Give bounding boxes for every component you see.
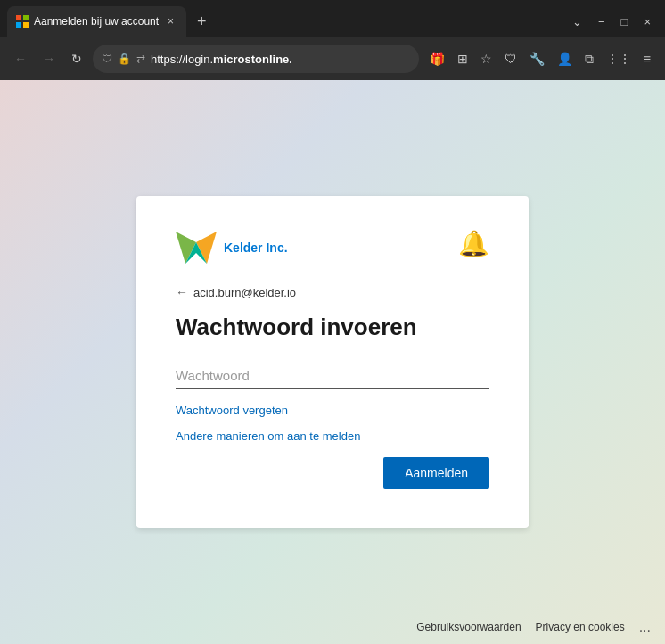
more-options-button[interactable]: ... bbox=[639, 619, 651, 635]
gift-icon[interactable]: 🎁 bbox=[424, 48, 450, 69]
tab-bar: Aanmelden bij uw account × + ⌄ − □ × bbox=[0, 0, 665, 37]
other-methods-button[interactable]: Andere manieren om aan te melden bbox=[176, 429, 360, 443]
tab-favicon bbox=[16, 15, 29, 28]
shield-toolbar-icon[interactable]: 🛡 bbox=[499, 48, 522, 69]
login-card: Kelder Inc. 🔔 ← acid.burn@kelder.io Wach… bbox=[136, 196, 529, 528]
back-email-row: ← acid.burn@kelder.io bbox=[176, 285, 489, 299]
password-input[interactable] bbox=[176, 363, 489, 389]
grid-icon[interactable]: ⋮⋮ bbox=[601, 48, 636, 69]
collections-icon[interactable]: ⧉ bbox=[579, 48, 599, 70]
tools-icon[interactable]: 🔧 bbox=[524, 48, 550, 69]
email-display: acid.burn@kelder.io bbox=[193, 286, 296, 299]
password-input-wrap bbox=[176, 363, 489, 389]
forgot-password-button[interactable]: Wachtwoord vergeten bbox=[176, 404, 288, 417]
w-logo-svg bbox=[176, 232, 217, 264]
submit-button[interactable]: Aanmelden bbox=[383, 457, 489, 489]
bell-icon: 🔔 bbox=[458, 232, 489, 257]
page-footer: Gebruiksvoorwaarden Privacy en cookies .… bbox=[416, 619, 651, 635]
address-bar: ← → ↻ 🛡 🔒 ⇄ https://login.microstonline.… bbox=[0, 37, 665, 80]
profile-icon[interactable]: 👤 bbox=[552, 48, 578, 69]
url-text: https://login.microstonline. bbox=[151, 53, 410, 66]
page-content: Kelder Inc. 🔔 ← acid.burn@kelder.io Wach… bbox=[0, 80, 665, 644]
w-logo-shape bbox=[176, 232, 217, 264]
toolbar-icons: 🎁 ⊞ ☆ 🛡 🔧 👤 ⧉ ⋮⋮ ≡ bbox=[424, 48, 656, 70]
window-controls: ⌄ − □ × bbox=[565, 12, 658, 32]
privacy-link[interactable]: Privacy en cookies bbox=[536, 621, 625, 633]
back-arrow-icon[interactable]: ← bbox=[176, 285, 188, 299]
ms-sq-yellow bbox=[23, 22, 29, 28]
ms-sq-blue bbox=[16, 22, 21, 28]
page-title: Wachtwoord invoeren bbox=[176, 314, 489, 341]
tab-close-button[interactable]: × bbox=[164, 13, 177, 29]
w-left-green bbox=[176, 232, 196, 264]
back-button[interactable]: ← bbox=[9, 49, 32, 69]
ms-sq-red bbox=[16, 15, 21, 20]
active-tab[interactable]: Aanmelden bij uw account × bbox=[7, 6, 186, 37]
window-close-button[interactable]: × bbox=[636, 12, 658, 32]
maximize-button[interactable]: □ bbox=[614, 12, 636, 32]
tab-title: Aanmelden bij uw account bbox=[34, 15, 159, 28]
shield-icon: 🛡 bbox=[102, 53, 112, 65]
submit-row: Aanmelden bbox=[176, 457, 489, 489]
address-input-wrap[interactable]: 🛡 🔒 ⇄ https://login.microstonline. bbox=[93, 45, 419, 73]
kelder-logo: Kelder Inc. bbox=[176, 232, 288, 264]
terms-link[interactable]: Gebruiksvoorwaarden bbox=[416, 621, 521, 633]
notification-bell-wrap[interactable]: 🔔 bbox=[458, 232, 489, 257]
w-right-yellow bbox=[196, 232, 217, 264]
chevron-button[interactable]: ⌄ bbox=[565, 12, 589, 32]
browser-chrome: Aanmelden bij uw account × + ⌄ − □ × ← →… bbox=[0, 0, 665, 80]
new-tab-button[interactable]: + bbox=[190, 9, 214, 35]
extensions-icon[interactable]: ⊞ bbox=[452, 48, 473, 69]
star-icon[interactable]: ☆ bbox=[475, 48, 497, 69]
page-info-icon: ⇄ bbox=[136, 53, 145, 65]
ms-sq-green bbox=[23, 15, 29, 20]
ms-favicon bbox=[16, 15, 29, 28]
menu-button[interactable]: ≡ bbox=[638, 48, 656, 69]
forward-button[interactable]: → bbox=[37, 49, 61, 69]
minimize-button[interactable]: − bbox=[591, 12, 612, 32]
card-header: Kelder Inc. 🔔 bbox=[176, 232, 489, 264]
refresh-button[interactable]: ↻ bbox=[66, 49, 87, 69]
company-name: Kelder Inc. bbox=[224, 240, 288, 255]
lock-icon: 🔒 bbox=[118, 53, 131, 65]
